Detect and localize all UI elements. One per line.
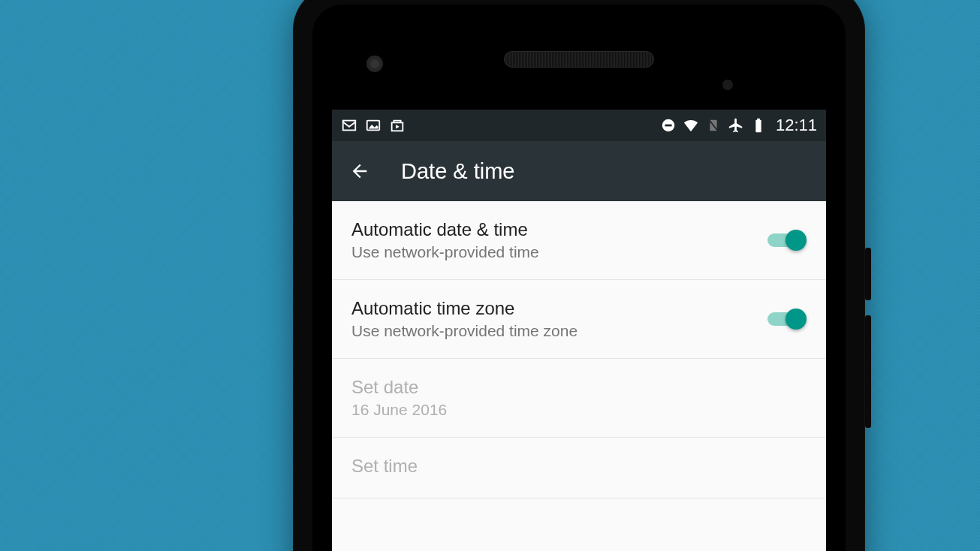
- phone-volume-button: [865, 315, 871, 428]
- phone-power-button: [865, 248, 871, 300]
- phone-bezel-top: [312, 5, 846, 106]
- setting-title: Set time: [351, 456, 807, 477]
- phone-screen: 12:11 Date & time Automatic date & time …: [332, 110, 826, 551]
- toggle-auto-date-time[interactable]: [767, 230, 807, 251]
- battery-icon: [750, 117, 767, 134]
- svg-rect-4: [665, 125, 671, 127]
- svg-rect-0: [343, 121, 356, 131]
- setting-subtitle: Use network-provided time zone: [351, 322, 767, 340]
- do-not-disturb-icon: [660, 117, 677, 134]
- back-button[interactable]: [348, 160, 371, 182]
- phone-sensor: [722, 80, 733, 90]
- airplane-mode-icon: [728, 117, 744, 134]
- toggle-auto-time-zone[interactable]: [767, 309, 807, 330]
- gmail-icon: [341, 117, 357, 134]
- app-bar: Date & time: [332, 141, 826, 201]
- setting-auto-time-zone[interactable]: Automatic time zone Use network-provided…: [332, 280, 826, 359]
- svg-rect-6: [755, 120, 761, 133]
- setting-subtitle: 16 June 2016: [351, 401, 807, 419]
- phone-camera: [366, 56, 383, 72]
- setting-set-date: Set date 16 June 2016: [332, 359, 826, 438]
- phone-frame: 12:11 Date & time Automatic date & time …: [293, 0, 865, 551]
- svg-rect-7: [757, 119, 760, 121]
- image-icon: [365, 117, 381, 134]
- setting-set-time: Set time: [332, 438, 826, 498]
- settings-list: Automatic date & time Use network-provid…: [332, 201, 826, 498]
- setting-title: Automatic date & time: [351, 219, 767, 240]
- setting-auto-date-time[interactable]: Automatic date & time Use network-provid…: [332, 201, 826, 280]
- status-clock: 12:11: [776, 116, 817, 135]
- phone-speaker: [504, 51, 654, 68]
- setting-title: Set date: [351, 377, 807, 398]
- setting-title: Automatic time zone: [351, 298, 767, 319]
- wifi-icon: [683, 117, 699, 134]
- status-bar[interactable]: 12:11: [332, 110, 826, 141]
- no-sim-icon: [705, 117, 722, 134]
- setting-subtitle: Use network-provided time: [351, 243, 767, 261]
- page-title: Date & time: [401, 159, 515, 184]
- play-store-icon: [389, 117, 406, 134]
